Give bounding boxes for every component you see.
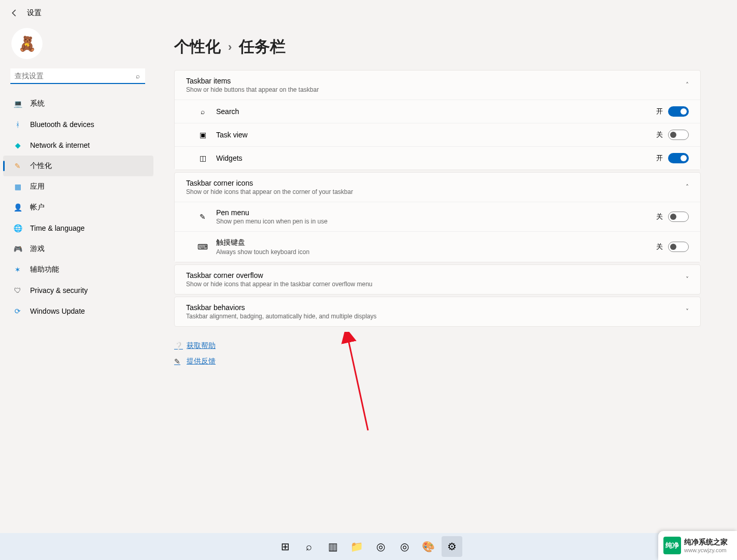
toggle-switch[interactable] xyxy=(668,212,689,222)
section-header[interactable]: Taskbar corner overflowShow or hide icon… xyxy=(175,265,700,294)
section-desc: Show or hide buttons that appear on the … xyxy=(186,86,319,93)
chevron-right-icon: › xyxy=(228,40,232,54)
sidebar-item-0[interactable]: 💻系统 xyxy=(3,93,153,114)
section-desc: Show or hide icons that appear on the co… xyxy=(186,188,353,195)
nav-label: Time & language xyxy=(30,224,84,232)
sidebar-item-3[interactable]: ✎个性化 xyxy=(3,156,153,176)
nav-label: 系统 xyxy=(30,99,45,108)
sidebar-item-4[interactable]: ▦应用 xyxy=(3,176,153,197)
taskbar-search[interactable]: ⌕ xyxy=(299,536,319,557)
watermark-brand: 纯净系统之家 xyxy=(684,538,728,547)
nav-icon: 🌐 xyxy=(12,223,23,233)
nav-label: 游戏 xyxy=(30,244,45,254)
sidebar-item-10[interactable]: ⟳Windows Update xyxy=(3,301,153,321)
nav-icon: 🎮 xyxy=(12,244,23,254)
breadcrumb-parent[interactable]: 个性化 xyxy=(174,36,221,58)
nav-label: 帐户 xyxy=(30,203,45,212)
sidebar-item-8[interactable]: ✶辅助功能 xyxy=(3,259,153,280)
setting-row: ✎ Pen menuShow pen menu icon when pen is… xyxy=(175,202,700,231)
sidebar-item-1[interactable]: ᚼBluetooth & devices xyxy=(3,114,153,135)
taskbar-paint[interactable]: 🎨 xyxy=(418,536,438,557)
toggle-switch[interactable] xyxy=(668,130,689,140)
taskbar-chrome[interactable]: ◎ xyxy=(394,536,415,557)
sidebar-item-2[interactable]: ◆Network & internet xyxy=(3,135,153,156)
nav-icon: ✶ xyxy=(12,264,23,275)
section-title: Taskbar corner overflow xyxy=(186,271,373,279)
section-desc: Show or hide icons that appear in the ta… xyxy=(186,281,373,288)
row-title: Task view xyxy=(216,131,248,139)
row-desc: Always show touch keyboard icon xyxy=(216,248,309,256)
setting-row: ⌕ Search 开 xyxy=(175,100,700,123)
back-button[interactable] xyxy=(7,6,22,20)
toggle-state-label: 关 xyxy=(656,130,663,139)
taskbar-start[interactable]: ⊞ xyxy=(275,536,295,557)
sidebar-item-5[interactable]: 👤帐户 xyxy=(3,197,153,218)
section-3: Taskbar behaviorsTaskbar alignment, badg… xyxy=(174,297,701,327)
app-title: 设置 xyxy=(27,8,41,18)
section-header[interactable]: Taskbar itemsShow or hide buttons that a… xyxy=(175,71,700,100)
toggle-state-label: 开 xyxy=(656,153,663,163)
taskbar-taskview[interactable]: ▥ xyxy=(322,536,343,557)
nav-icon: ▦ xyxy=(12,181,23,192)
toggle-state-label: 开 xyxy=(656,107,663,116)
section-0: Taskbar itemsShow or hide buttons that a… xyxy=(174,70,701,170)
search-icon: ⌕ xyxy=(136,72,140,80)
toggle-state-label: 关 xyxy=(656,242,663,251)
nav-icon: 💻 xyxy=(12,99,23,109)
nav-label: 辅助功能 xyxy=(30,265,59,274)
setting-row: ⌨ 触摸键盘Always show touch keyboard icon 关 xyxy=(175,231,700,262)
row-title: 触摸键盘 xyxy=(216,238,309,247)
sidebar-item-9[interactable]: 🛡Privacy & security xyxy=(3,280,153,301)
search-input[interactable] xyxy=(10,68,145,84)
toggle-state-label: 关 xyxy=(656,212,663,221)
row-desc: Show pen menu icon when pen is in use xyxy=(216,218,328,225)
feedback-icon: ✎ xyxy=(174,357,187,366)
breadcrumb: 个性化 › 任务栏 xyxy=(174,36,701,58)
row-icon: ⌕ xyxy=(197,106,208,117)
give-feedback-link[interactable]: ✎提供反馈 xyxy=(174,357,701,366)
nav-icon: 🛡 xyxy=(12,285,23,296)
watermark: 纯净 纯净系统之家 www.ycwjzy.com xyxy=(658,531,737,560)
sidebar-item-6[interactable]: 🌐Time & language xyxy=(3,218,153,239)
watermark-url: www.ycwjzy.com xyxy=(684,547,728,553)
taskbar-explorer[interactable]: 📁 xyxy=(346,536,367,557)
page-title: 任务栏 xyxy=(239,36,286,58)
section-title: Taskbar behaviors xyxy=(186,303,377,312)
nav-icon: ᚼ xyxy=(12,119,23,130)
chevron-down-icon: ˅ xyxy=(686,276,689,283)
section-1: Taskbar corner iconsShow or hide icons t… xyxy=(174,172,701,262)
row-icon: ◫ xyxy=(197,153,208,163)
get-help-link[interactable]: ❔获取帮助 xyxy=(174,341,701,351)
section-title: Taskbar corner icons xyxy=(186,179,353,187)
setting-row: ▣ Task view 关 xyxy=(175,123,700,146)
taskbar: ⊞⌕▥📁◎◎🎨⚙ xyxy=(0,533,737,560)
taskbar-settings[interactable]: ⚙ xyxy=(442,536,462,557)
section-2: Taskbar corner overflowShow or hide icon… xyxy=(174,264,701,295)
section-header[interactable]: Taskbar corner iconsShow or hide icons t… xyxy=(175,173,700,202)
watermark-badge: 纯净 xyxy=(663,537,681,554)
nav-icon: ✎ xyxy=(12,161,23,171)
nav-icon: ◆ xyxy=(12,140,23,150)
nav-label: 应用 xyxy=(30,182,45,191)
row-icon: ⌨ xyxy=(197,242,208,252)
sidebar: 🧸 ⌕ 💻系统ᚼBluetooth & devices◆Network & in… xyxy=(0,26,157,560)
setting-row: ◫ Widgets 开 xyxy=(175,146,700,170)
nav-icon: ⟳ xyxy=(12,306,23,316)
nav-icon: 👤 xyxy=(12,202,23,213)
chevron-down-icon: ˅ xyxy=(686,308,689,315)
arrow-left-icon xyxy=(10,9,19,17)
chevron-up-icon: ˄ xyxy=(686,184,689,191)
row-title: Widgets xyxy=(216,154,243,162)
nav-label: Bluetooth & devices xyxy=(30,120,94,129)
chevron-up-icon: ˄ xyxy=(686,81,689,89)
avatar[interactable]: 🧸 xyxy=(11,28,42,59)
section-header[interactable]: Taskbar behaviorsTaskbar alignment, badg… xyxy=(175,297,700,326)
toggle-switch[interactable] xyxy=(668,106,689,117)
taskbar-app1[interactable]: ◎ xyxy=(370,536,391,557)
sidebar-item-7[interactable]: 🎮游戏 xyxy=(3,239,153,259)
nav-label: Windows Update xyxy=(30,307,85,315)
main-content: 个性化 › 任务栏 Taskbar itemsShow or hide butt… xyxy=(157,26,737,560)
toggle-switch[interactable] xyxy=(668,153,689,163)
toggle-switch[interactable] xyxy=(668,242,689,252)
section-desc: Taskbar alignment, badging, automaticall… xyxy=(186,313,377,320)
